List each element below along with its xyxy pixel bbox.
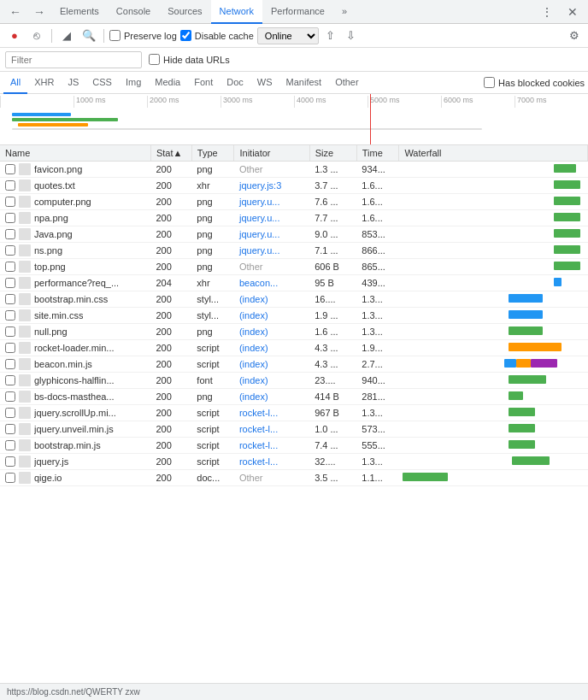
record-button[interactable]: ●	[5, 26, 24, 45]
type-tab-img[interactable]: Img	[119, 72, 148, 94]
cell-status: 200	[150, 470, 191, 486]
type-tab-other[interactable]: Other	[328, 72, 366, 94]
row-checkbox[interactable]	[5, 245, 15, 256]
col-time[interactable]: Time	[356, 145, 399, 162]
preserve-log-label[interactable]: Preserve log	[109, 30, 177, 41]
table-row[interactable]: quotes.txt 200xhrjquery.js:33.7 ...1.6..…	[0, 178, 588, 194]
disable-cache-checkbox[interactable]	[180, 30, 191, 41]
cell-size: 1.0 ...	[309, 421, 356, 438]
has-blocked-checkbox[interactable]	[484, 77, 495, 88]
type-tab-all[interactable]: All	[3, 72, 27, 94]
row-checkbox[interactable]	[5, 359, 15, 369]
table-row[interactable]: rocket-loader.min... 200script(index)4.3…	[0, 340, 588, 356]
settings-button[interactable]: ⚙	[566, 27, 583, 44]
row-checkbox[interactable]	[5, 456, 15, 467]
type-tab-css[interactable]: CSS	[85, 72, 119, 94]
tab-sources[interactable]: Sources	[159, 0, 210, 24]
col-size[interactable]: Size	[309, 145, 356, 162]
table-row[interactable]: ns.png 200pngjquery.u...7.1 ...866...	[0, 243, 588, 259]
type-tab-doc[interactable]: Doc	[220, 72, 250, 94]
tab-performance[interactable]: Performance	[262, 0, 333, 24]
row-checkbox[interactable]	[5, 440, 15, 450]
table-row[interactable]: performance?req_... 204xhrbeacon...95 B4…	[0, 275, 588, 291]
waterfall-bar-primary	[554, 278, 562, 286]
import-har-button[interactable]: ⇧	[322, 27, 339, 44]
col-status[interactable]: Stat▲	[150, 145, 191, 162]
cell-initiator: Other	[234, 470, 309, 486]
cell-time: 866...	[356, 243, 399, 259]
throttle-select[interactable]: Online Fast 3G Slow 3G Offline	[257, 27, 319, 44]
table-row[interactable]: glyphicons-halflin... 200font(index)23..…	[0, 373, 588, 389]
type-tab-ws[interactable]: WS	[250, 72, 279, 94]
waterfall-bar-primary	[554, 245, 580, 254]
row-checkbox[interactable]	[5, 262, 15, 272]
table-row[interactable]: Java.png 200pngjquery.u...9.0 ...853...	[0, 226, 588, 243]
row-checkbox[interactable]	[5, 197, 15, 207]
type-tab-manifest[interactable]: Manifest	[279, 72, 329, 94]
cell-size: 7.4 ...	[309, 438, 356, 454]
col-name[interactable]: Name	[0, 145, 150, 162]
row-checkbox[interactable]	[5, 164, 15, 174]
tab-console[interactable]: Console	[108, 0, 159, 24]
table-row[interactable]: bs-docs-masthea... 200png(index)414 B281…	[0, 389, 588, 405]
cell-waterfall	[399, 454, 588, 470]
hide-data-urls-label[interactable]: Hide data URLs	[149, 54, 230, 65]
row-checkbox[interactable]	[5, 180, 15, 191]
type-tab-xhr[interactable]: XHR	[27, 72, 61, 94]
table-row[interactable]: jquery.scrollUp.mi... 200scriptrocket-l.…	[0, 405, 588, 421]
row-checkbox[interactable]	[5, 343, 15, 353]
disable-cache-label[interactable]: Disable cache	[180, 30, 254, 41]
table-row[interactable]: beacon.min.js 200script(index)4.3 ...2.7…	[0, 356, 588, 373]
type-tab-font[interactable]: Font	[187, 72, 220, 94]
col-waterfall[interactable]: Waterfall	[399, 145, 588, 162]
col-initiator[interactable]: Initiator	[234, 145, 309, 162]
table-row[interactable]: site.min.css 200styl...(index)1.9 ...1.3…	[0, 308, 588, 324]
devtools-arrow-left-icon[interactable]: ←	[3, 0, 27, 24]
row-checkbox[interactable]	[5, 424, 15, 434]
file-name: performance?req_...	[34, 278, 119, 288]
table-row[interactable]: bootstrap.min.css 200styl...(index)16...…	[0, 291, 588, 308]
table-row[interactable]: npa.png 200pngjquery.u...7.7 ...1.6...	[0, 210, 588, 226]
row-checkbox[interactable]	[5, 473, 15, 483]
col-type[interactable]: Type	[191, 145, 234, 162]
row-checkbox[interactable]	[5, 375, 15, 385]
row-checkbox[interactable]	[5, 294, 15, 304]
table-row[interactable]: computer.png 200pngjquery.u...7.6 ...1.6…	[0, 194, 588, 210]
preserve-log-checkbox[interactable]	[109, 30, 121, 41]
tab-more[interactable]: »	[333, 0, 356, 24]
table-row[interactable]: qige.io 200doc...Other3.5 ...1.1...	[0, 470, 588, 486]
devtools-arrow-right-icon[interactable]: →	[27, 0, 51, 24]
table-row[interactable]: jquery.js 200scriptrocket-l...32....1.3.…	[0, 454, 588, 470]
row-checkbox[interactable]	[5, 326, 15, 337]
tab-network[interactable]: Network	[211, 0, 262, 24]
has-blocked-label[interactable]: Has blocked cookies	[484, 77, 585, 88]
filter-input[interactable]	[5, 51, 142, 68]
table-row[interactable]: top.png 200pngOther606 B865...	[0, 259, 588, 275]
export-har-button[interactable]: ⇩	[343, 27, 360, 44]
table-row[interactable]: null.png 200png(index)1.6 ...1.3...	[0, 324, 588, 340]
filter-button[interactable]: ◢	[57, 26, 76, 45]
clear-button[interactable]: ⎋	[27, 26, 46, 45]
search-button[interactable]: 🔍	[79, 26, 98, 45]
table-row[interactable]: jquery.unveil.min.js 200scriptrocket-l..…	[0, 421, 588, 438]
tab-elements[interactable]: Elements	[51, 0, 108, 24]
devtools-more-icon[interactable]: ⋮	[535, 0, 559, 24]
row-checkbox[interactable]	[5, 391, 15, 402]
cell-waterfall	[399, 373, 588, 389]
cell-time: 865...	[356, 259, 399, 275]
cell-type: styl...	[191, 308, 234, 324]
row-checkbox[interactable]	[5, 310, 15, 321]
row-checkbox[interactable]	[5, 278, 15, 288]
cell-waterfall	[399, 243, 588, 259]
cell-initiator: jquery.u...	[234, 210, 309, 226]
row-checkbox[interactable]	[5, 229, 15, 239]
row-checkbox[interactable]	[5, 408, 15, 418]
table-row[interactable]: favicon.png 200pngOther1.3 ...934...	[0, 162, 588, 178]
devtools-close-icon[interactable]: ✕	[561, 0, 585, 24]
table-row[interactable]: bootstrap.min.js 200scriptrocket-l...7.4…	[0, 438, 588, 454]
type-tab-js[interactable]: JS	[61, 72, 85, 94]
type-tab-media[interactable]: Media	[148, 72, 187, 94]
cell-name: qige.io	[0, 470, 150, 486]
row-checkbox[interactable]	[5, 213, 15, 223]
hide-data-urls-checkbox[interactable]	[149, 54, 160, 65]
